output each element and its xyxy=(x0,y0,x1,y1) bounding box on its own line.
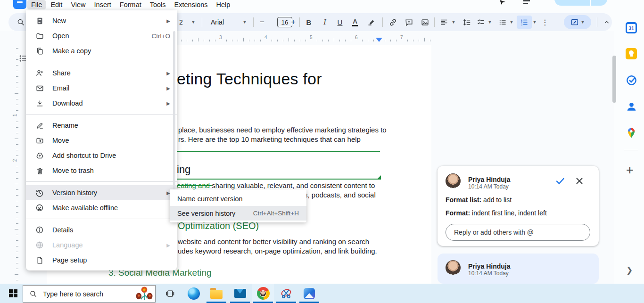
reply-input[interactable]: Reply or add others with @ xyxy=(446,224,590,241)
doc-paragraph[interactable]: s, podcasts, and social xyxy=(304,190,376,200)
menu-item-make-available-offline[interactable]: Make available offline xyxy=(26,200,177,215)
chevron-down-icon[interactable]: ▼ xyxy=(451,13,456,31)
checklist-icon[interactable] xyxy=(475,13,487,31)
share-button[interactable] xyxy=(554,0,607,6)
menu-item-details[interactable]: Details xyxy=(26,222,177,237)
task-view-button[interactable] xyxy=(159,284,181,303)
insert-image-icon[interactable] xyxy=(419,13,431,31)
highlight-icon[interactable] xyxy=(366,13,377,31)
menu-item-page-setup[interactable]: Page setup xyxy=(26,253,177,268)
doc-paragraph[interactable]: rs. Here are the top 10 marketing techni… xyxy=(178,135,361,144)
bullet-list-icon[interactable] xyxy=(497,13,508,31)
profile-avatar xyxy=(260,291,266,296)
contacts-icon[interactable] xyxy=(625,100,637,113)
menu-file[interactable]: File xyxy=(27,0,46,9)
menu-format[interactable]: Format xyxy=(116,0,145,9)
chevron-right-icon[interactable]: ❯ xyxy=(626,265,633,275)
comment-card[interactable]: Priya Hinduja 10:14 AM Today xyxy=(438,254,599,284)
menu-item-share[interactable]: Share▶ xyxy=(26,66,177,81)
snipping-tool-icon[interactable] xyxy=(275,284,297,303)
resolve-check-icon[interactable] xyxy=(554,175,566,187)
text-color-icon[interactable]: A xyxy=(350,13,360,31)
ruler-number: 2 xyxy=(12,159,17,162)
chevron-down-icon[interactable]: ▼ xyxy=(581,20,585,25)
page-setup-icon xyxy=(35,256,44,264)
chrome-icon[interactable] xyxy=(252,284,274,303)
chevron-down-icon[interactable]: ▼ xyxy=(487,13,493,31)
ruler-tick xyxy=(255,40,255,41)
doc-paragraph[interactable]: website and content for better visibilit… xyxy=(178,237,369,246)
doc-paragraph[interactable]: eating and sharing valuable, relevant, a… xyxy=(177,181,375,190)
mail-icon[interactable] xyxy=(229,284,251,303)
ruler-tick xyxy=(16,110,18,111)
ruler-tick xyxy=(15,274,18,275)
taskbar-search[interactable]: Type here to search xyxy=(23,285,156,303)
doc-paragraph[interactable]: udes keyword research, on-page optimizat… xyxy=(178,246,377,256)
chevron-down-icon[interactable]: ▼ xyxy=(532,13,537,31)
menu-view[interactable]: View xyxy=(67,0,89,9)
calendar-icon[interactable]: 31 xyxy=(625,22,637,34)
chevron-down-icon[interactable]: ▼ xyxy=(190,13,196,31)
doc-title[interactable]: eting Techniques for xyxy=(177,70,322,88)
link-icon[interactable] xyxy=(387,13,399,31)
menu-item-move[interactable]: Move xyxy=(26,133,177,148)
search-icon[interactable] xyxy=(15,13,26,31)
ruler-tick xyxy=(16,88,18,88)
doc-heading1[interactable]: ing xyxy=(177,164,190,176)
menu-edit[interactable]: Edit xyxy=(47,0,66,9)
indent-marker[interactable] xyxy=(376,38,382,42)
keep-icon[interactable] xyxy=(625,48,637,60)
comment-card[interactable]: Priya Hinduja 10:14 AM Today Format list… xyxy=(438,166,599,246)
line-spacing-icon[interactable] xyxy=(460,13,472,31)
menu-extensions[interactable]: Extensions xyxy=(171,0,212,9)
menu-item-add-shortcut-to-drive[interactable]: Add shortcut to Drive xyxy=(26,148,177,163)
photos-icon[interactable] xyxy=(298,284,320,303)
paragraph-style-select[interactable]: 2 xyxy=(176,13,186,31)
numbered-list-icon[interactable]: 123 xyxy=(519,13,530,31)
chevron-down-icon[interactable]: ▼ xyxy=(509,13,514,31)
add-addon-icon[interactable]: + xyxy=(626,163,634,178)
align-icon[interactable] xyxy=(438,13,450,31)
menu-item-open[interactable]: OpenCtrl+O xyxy=(26,28,177,43)
ruler-tick xyxy=(16,172,18,173)
increase-font-icon[interactable]: + xyxy=(289,13,298,31)
italic-icon[interactable]: I xyxy=(320,13,330,31)
editing-mode-button[interactable]: ▼ xyxy=(564,15,591,29)
menu-item-see-version-history[interactable]: See version history Ctrl+Alt+Shift+H xyxy=(170,206,306,221)
ruler-tick xyxy=(430,40,430,41)
menu-item-move-to-trash[interactable]: Move to trash xyxy=(26,163,177,178)
menu-insert[interactable]: Insert xyxy=(91,0,115,9)
ruler-tick xyxy=(339,40,340,41)
menu-item-name-current-version[interactable]: Name current version xyxy=(170,191,306,206)
search-placeholder: Type here to search xyxy=(43,290,134,298)
document-scrollbar[interactable] xyxy=(612,56,616,103)
ruler-tick xyxy=(16,240,18,241)
start-button[interactable] xyxy=(4,284,23,303)
more-icon[interactable]: ⋮ xyxy=(541,13,549,31)
menu-item-download[interactable]: Download▶ xyxy=(26,96,177,111)
ruler-tick xyxy=(362,40,363,41)
menu-item-new[interactable]: New▶ xyxy=(26,13,177,28)
menu-item-make-a-copy[interactable]: Make a copy xyxy=(26,43,177,58)
doc-paragraph[interactable]: place, businesses need to employ effecti… xyxy=(178,125,387,135)
edge-icon[interactable] xyxy=(183,284,205,303)
menu-item-version-history[interactable]: Version history▶ xyxy=(26,185,177,200)
decrease-font-icon[interactable]: − xyxy=(257,13,267,31)
maps-icon[interactable] xyxy=(625,127,637,139)
collapse-toolbar-icon[interactable] xyxy=(601,13,613,31)
tasks-icon[interactable] xyxy=(625,74,637,86)
menu-tools[interactable]: Tools xyxy=(146,0,170,9)
menu-item-rename[interactable]: Rename xyxy=(26,118,177,133)
docs-logo-icon[interactable] xyxy=(13,0,26,9)
menu-item-email[interactable]: Email▶ xyxy=(26,81,177,96)
add-comment-icon[interactable] xyxy=(403,13,415,31)
close-icon[interactable] xyxy=(574,176,585,186)
menu-help[interactable]: Help xyxy=(213,0,234,9)
chevron-down-icon[interactable]: ▼ xyxy=(242,13,248,31)
file-explorer-icon[interactable] xyxy=(206,284,227,303)
ruler-tick xyxy=(368,40,368,41)
font-select[interactable]: Arial xyxy=(211,13,230,31)
underline-icon[interactable]: U xyxy=(335,13,345,31)
clock-history-icon[interactable] xyxy=(523,0,530,5)
bold-icon[interactable]: B xyxy=(304,13,314,31)
